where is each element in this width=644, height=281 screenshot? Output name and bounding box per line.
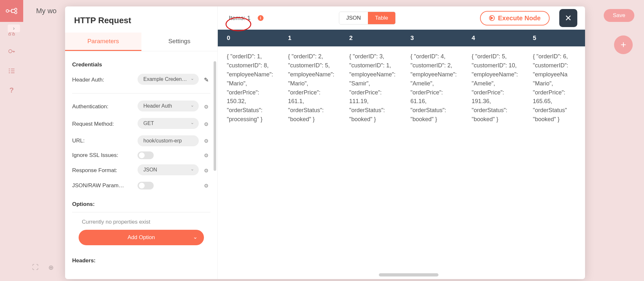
table-header-cell: 2 <box>340 34 401 42</box>
left-navigation-rail: ? <box>0 22 23 95</box>
save-button[interactable]: Save <box>604 9 634 22</box>
response-format-select[interactable]: JSON <box>138 164 199 175</box>
table-header-cell: 3 <box>401 34 463 42</box>
output-panel: Items: 1 i JSON Table Execute Node ✕ 0 1… <box>218 6 585 279</box>
config-tabs: Parameters Settings <box>65 33 217 51</box>
ignore-ssl-toggle[interactable] <box>138 151 154 159</box>
config-scrollbar[interactable] <box>214 61 216 171</box>
json-raw-toggle[interactable] <box>138 182 154 189</box>
node-title: HTTP Request <box>65 6 217 33</box>
svg-point-6 <box>9 50 12 53</box>
table-header-cell: 1 <box>279 34 340 42</box>
headers-section-header: Headers: <box>72 257 210 264</box>
authentication-select[interactable]: Header Auth <box>138 101 199 111</box>
tab-parameters[interactable]: Parameters <box>65 33 141 51</box>
url-options-icon[interactable]: ⚙ <box>202 138 210 144</box>
config-panel: HTTP Request Parameters Settings Credent… <box>65 6 218 279</box>
add-option-button[interactable]: Add Option <box>79 230 204 245</box>
svg-point-0 <box>6 10 9 12</box>
ignore-ssl-options-icon[interactable]: ⚙ <box>202 152 210 159</box>
zoom-in-icon[interactable]: ⊕ <box>48 264 54 271</box>
request-method-label: Request Method: <box>72 121 134 127</box>
table-cell: { "orderID": 4, "customerID": 2, "employ… <box>401 46 463 130</box>
parameters-form: Credentials Header Auth: Example Credent… <box>65 51 217 279</box>
logo-icon <box>6 8 17 14</box>
info-icon[interactable]: i <box>258 15 264 21</box>
authentication-options-icon[interactable]: ⚙ <box>202 104 210 110</box>
close-button[interactable]: ✕ <box>559 9 577 27</box>
divider <box>72 212 210 212</box>
execute-node-button[interactable]: Execute Node <box>480 11 550 25</box>
response-format-label: Response Format: <box>72 167 134 174</box>
table-cell: { "orderID": 5, "customerID": 10, "emplo… <box>463 46 524 130</box>
url-label: URL: <box>72 138 134 144</box>
tab-settings[interactable]: Settings <box>141 33 218 51</box>
edit-credential-icon[interactable]: ✎ <box>202 76 210 83</box>
table-cell: { "orderID": 3, "customerID": 1, "employ… <box>340 46 401 130</box>
play-icon <box>489 15 495 21</box>
header-auth-label: Header Auth: <box>72 77 134 83</box>
svg-point-1 <box>15 8 17 11</box>
table-cell: { "orderID": 1, "customerID": 8, "employ… <box>218 46 279 130</box>
authentication-label: Authentication: <box>72 103 134 110</box>
json-raw-label: JSON/RAW Param… <box>72 182 134 189</box>
url-input[interactable]: hook/custom-erp <box>138 135 199 146</box>
svg-rect-4 <box>9 34 11 35</box>
svg-rect-5 <box>13 34 14 35</box>
fullscreen-icon[interactable]: ⛶ <box>32 264 39 271</box>
no-properties-message: Currently no properties exist <box>72 217 210 230</box>
table-cell: { "orderID": 2, "customerID": 5, "employ… <box>279 46 340 130</box>
svg-point-2 <box>15 12 17 14</box>
output-header: Items: 1 i JSON Table Execute Node ✕ <box>218 6 585 30</box>
sidebar-collapse-toggle[interactable]: › <box>8 24 20 32</box>
table-header-cell: 5 <box>524 34 585 42</box>
help-icon[interactable]: ? <box>7 86 16 95</box>
credentials-icon[interactable] <box>7 47 16 56</box>
credentials-section-header: Credentials <box>72 62 210 68</box>
json-raw-options-icon[interactable]: ⚙ <box>202 183 210 189</box>
json-view-button[interactable]: JSON <box>339 12 368 24</box>
items-count: Items: 1 <box>229 15 251 22</box>
view-toggle: JSON Table <box>339 12 396 24</box>
ignore-ssl-label: Ignore SSL Issues: <box>72 152 134 159</box>
divider <box>72 93 210 93</box>
request-method-select[interactable]: GET <box>138 118 199 129</box>
canvas-tools: ⛶ ⊕ <box>32 264 54 271</box>
table-view-button[interactable]: Table <box>368 12 395 24</box>
options-section-header: Options: <box>72 201 210 208</box>
workflow-name[interactable]: My wo <box>36 7 57 15</box>
output-table: 0 1 2 3 4 5 { "orderID": 1, "customerID"… <box>218 30 585 279</box>
add-node-button[interactable]: + <box>614 35 633 54</box>
executions-icon[interactable] <box>7 66 16 75</box>
table-header-row: 0 1 2 3 4 5 <box>218 30 585 46</box>
table-cell: { "orderID": 6, "customerID": "employeeN… <box>524 46 585 130</box>
horizontal-scrollbar[interactable] <box>379 273 585 276</box>
execute-node-label: Execute Node <box>498 15 541 22</box>
request-method-options-icon[interactable]: ⚙ <box>202 121 210 127</box>
table-body-row: { "orderID": 1, "customerID": 8, "employ… <box>218 46 585 130</box>
header-auth-select[interactable]: Example Credentia <box>138 74 199 85</box>
table-header-cell: 0 <box>218 34 279 42</box>
node-editor-modal: HTTP Request Parameters Settings Credent… <box>65 6 585 279</box>
app-logo[interactable] <box>0 0 23 22</box>
table-header-cell: 4 <box>463 34 524 42</box>
response-format-options-icon[interactable]: ⚙ <box>202 168 210 174</box>
